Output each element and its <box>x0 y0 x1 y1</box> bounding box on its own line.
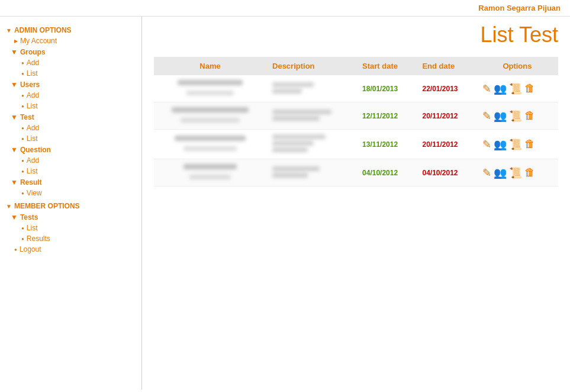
users-icon[interactable]: 👥 <box>494 138 507 151</box>
edit-icon[interactable]: ✎ <box>482 138 491 151</box>
sidebar-item-my-account[interactable]: ▶ My Account <box>0 36 141 46</box>
bullet-icon: ● <box>21 71 24 76</box>
arrow-icon: ▼ <box>11 113 18 121</box>
users-icon[interactable]: 👥 <box>494 166 507 179</box>
document-icon[interactable]: 📜 <box>509 82 522 95</box>
sidebar-item-result-view[interactable]: ● View <box>0 188 141 198</box>
col-start-date: Start date <box>356 57 416 75</box>
cell-name <box>154 75 266 102</box>
bullet-icon: ● <box>21 126 24 131</box>
cell-end-date: 22/01/2013 <box>416 75 476 102</box>
page-title: List Test <box>154 23 558 47</box>
table-row: 18/01/201322/01/2013✎👥📜🗑 <box>154 75 558 102</box>
sidebar-item-result[interactable]: ▼ Result <box>0 176 141 188</box>
bullet-icon: ● <box>21 93 24 98</box>
arrow-icon: ▼ <box>6 203 12 210</box>
sidebar-item-groups-list[interactable]: ● List <box>0 68 141 79</box>
sidebar: ▼ ADMIN OPTIONS ▶ My Account ▼ Groups ● … <box>0 17 142 390</box>
col-options: Options <box>476 57 558 75</box>
cell-start-date: 13/11/2012 <box>356 130 416 159</box>
table-header-row: Name Description Start date End date Opt… <box>154 57 558 75</box>
cell-options: ✎👥📜🗑 <box>476 130 558 159</box>
bullet-icon: ● <box>21 60 24 66</box>
document-icon[interactable]: 📜 <box>509 110 522 123</box>
cell-options: ✎👥📜🗑 <box>476 159 558 187</box>
table-body: 18/01/201322/01/2013✎👥📜🗑12/11/201220/11/… <box>154 75 558 187</box>
edit-icon[interactable]: ✎ <box>482 166 491 179</box>
delete-icon[interactable]: 🗑 <box>524 110 535 122</box>
sidebar-item-users[interactable]: ▼ Users <box>0 79 141 90</box>
arrow-icon: ▼ <box>11 178 18 187</box>
cell-description <box>266 75 356 102</box>
cell-end-date: 04/10/2012 <box>416 159 476 187</box>
delete-icon[interactable]: 🗑 <box>524 166 535 179</box>
document-icon[interactable]: 📜 <box>509 138 522 151</box>
sidebar-item-users-list[interactable]: ● List <box>0 101 141 111</box>
col-description: Description <box>266 57 356 75</box>
users-icon[interactable]: 👥 <box>494 82 507 95</box>
users-icon[interactable]: 👥 <box>494 110 507 123</box>
edit-icon[interactable]: ✎ <box>482 82 491 95</box>
arrow-icon: ▼ <box>6 27 12 34</box>
arrow-icon: ▼ <box>11 81 18 89</box>
cell-start-date: 18/01/2013 <box>356 75 416 102</box>
table-row: 04/10/201204/10/2012✎👥📜🗑 <box>154 159 558 187</box>
sidebar-item-question-add[interactable]: ● Add <box>0 155 141 166</box>
col-name: Name <box>154 57 266 75</box>
cell-description <box>266 102 356 130</box>
sidebar-item-tests-results[interactable]: ● Results <box>0 233 141 244</box>
bullet-icon: ● <box>21 226 24 231</box>
admin-options-header: ▼ ADMIN OPTIONS <box>0 23 141 36</box>
bullet-icon: ● <box>21 104 24 109</box>
main-content: List Test Name Description Start date En… <box>142 17 570 390</box>
sidebar-item-groups-add[interactable]: ● Add <box>0 57 141 68</box>
bullet-icon: ● <box>14 247 17 252</box>
table-row: 13/11/201220/11/2012✎👥📜🗑 <box>154 130 558 159</box>
bullet-icon: ● <box>21 169 24 174</box>
cell-name <box>154 159 266 187</box>
sidebar-item-groups[interactable]: ▼ Groups <box>0 46 141 57</box>
cell-start-date: 04/10/2012 <box>356 159 416 187</box>
bullet-icon: ● <box>21 158 24 163</box>
sidebar-item-tests-list[interactable]: ● List <box>0 223 141 233</box>
cell-name <box>154 130 266 159</box>
sidebar-item-test-add[interactable]: ● Add <box>0 123 141 133</box>
sidebar-item-test-list[interactable]: ● List <box>0 133 141 144</box>
arrow-icon: ▼ <box>11 146 18 154</box>
username: Ramon Segarra Pijuan <box>478 4 561 12</box>
cell-description <box>266 130 356 159</box>
cell-options: ✎👥📜🗑 <box>476 75 558 102</box>
document-icon[interactable]: 📜 <box>509 166 522 179</box>
cell-options: ✎👥📜🗑 <box>476 102 558 130</box>
test-table: Name Description Start date End date Opt… <box>154 57 558 187</box>
bullet-icon: ● <box>21 136 24 142</box>
cell-start-date: 12/11/2012 <box>356 102 416 130</box>
edit-icon[interactable]: ✎ <box>482 110 491 123</box>
cell-description <box>266 159 356 187</box>
cell-end-date: 20/11/2012 <box>416 130 476 159</box>
delete-icon[interactable]: 🗑 <box>524 138 535 150</box>
sidebar-item-question[interactable]: ▼ Question <box>0 144 141 155</box>
delete-icon[interactable]: 🗑 <box>524 82 535 95</box>
arrow-icon: ▼ <box>11 48 18 56</box>
bullet-icon: ▶ <box>14 38 18 44</box>
sidebar-item-users-add[interactable]: ● Add <box>0 90 141 101</box>
bullet-icon: ● <box>21 236 24 242</box>
cell-name <box>154 102 266 130</box>
sidebar-item-test[interactable]: ▼ Test <box>0 111 141 123</box>
col-end-date: End date <box>416 57 476 75</box>
sidebar-item-question-list[interactable]: ● List <box>0 166 141 176</box>
cell-end-date: 20/11/2012 <box>416 102 476 130</box>
arrow-icon: ▼ <box>11 213 18 221</box>
top-bar: Ramon Segarra Pijuan <box>0 0 570 17</box>
table-row: 12/11/201220/11/2012✎👥📜🗑 <box>154 102 558 130</box>
sidebar-item-logout[interactable]: ● Logout <box>0 244 141 255</box>
bullet-icon: ● <box>21 191 24 196</box>
member-options-header: ▼ MEMBER OPTIONS <box>0 198 141 211</box>
sidebar-item-tests[interactable]: ▼ Tests <box>0 211 141 223</box>
